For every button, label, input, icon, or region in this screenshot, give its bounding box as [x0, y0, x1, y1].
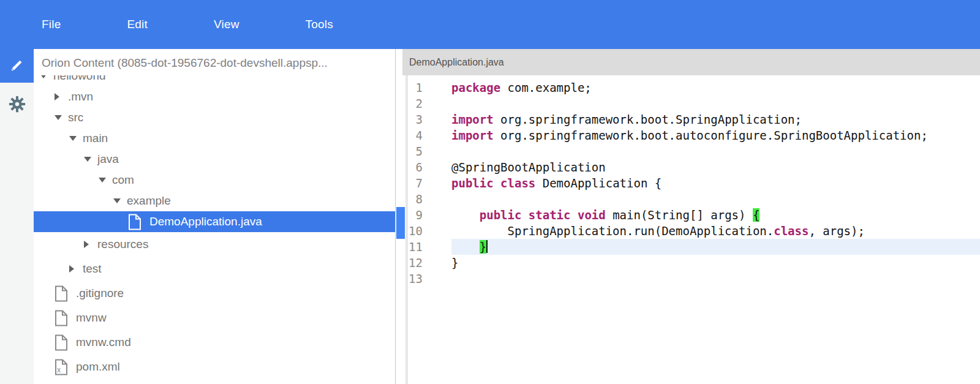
- folding-ruler: [423, 239, 451, 255]
- tree-item-label: example: [126, 194, 171, 208]
- code-line-5[interactable]: 5: [396, 143, 980, 159]
- tree-item-pom-xml[interactable]: xpom.xml: [34, 355, 395, 379]
- code-line-7[interactable]: 7public class DemoApplication {: [396, 175, 980, 191]
- code-line-text[interactable]: import org.springframework.boot.SpringAp…: [451, 111, 980, 127]
- code-line-text[interactable]: }: [451, 255, 980, 271]
- tree-item-test[interactable]: test: [34, 257, 395, 281]
- editor-tab-bar: DemoApplication.java: [396, 49, 980, 75]
- code-text-area[interactable]: 1package com.example;23import org.spring…: [396, 75, 980, 384]
- folding-ruler: [423, 127, 451, 143]
- code-editor-panel: DemoApplication.java 1package com.exampl…: [396, 49, 980, 384]
- code-line-text[interactable]: [451, 271, 980, 287]
- tree-item-resources[interactable]: resources: [34, 232, 395, 257]
- code-line-text-current[interactable]: }: [451, 239, 980, 255]
- code-line-text[interactable]: package com.example;: [451, 80, 980, 96]
- editor-tool-button[interactable]: [0, 49, 34, 83]
- xml-file-icon: x: [55, 359, 68, 375]
- menu-tools[interactable]: Tools: [306, 18, 333, 31]
- line-number: 6: [396, 159, 423, 175]
- file-icon: [55, 334, 68, 351]
- tree-item-gitignore[interactable]: .gitignore: [34, 281, 395, 306]
- line-number: 2: [396, 96, 423, 111]
- explorer-header: Orion Content (8085-dot-1956762-dot-devs…: [34, 49, 395, 75]
- tree-item-example[interactable]: example: [34, 190, 395, 211]
- folding-ruler: [423, 255, 451, 271]
- tree-item-label: com: [111, 173, 134, 187]
- keyword-token: void: [578, 208, 606, 222]
- menu-view[interactable]: View: [214, 18, 239, 31]
- tree-item-main[interactable]: main: [34, 128, 395, 149]
- line-number: 3: [396, 111, 423, 127]
- pencil-icon: [9, 56, 26, 76]
- code-line-2[interactable]: 2: [396, 96, 980, 111]
- code-line-12[interactable]: 12}: [396, 255, 980, 271]
- top-menu-bar: FileEditViewTools: [0, 0, 980, 49]
- menu-file[interactable]: File: [42, 18, 61, 31]
- matching-bracket-highlight: }: [480, 240, 486, 254]
- chevron-right-icon[interactable]: [55, 93, 59, 100]
- line-number: 12: [396, 255, 423, 271]
- gear-icon: [8, 95, 26, 116]
- file-icon: [55, 285, 68, 302]
- line-number: 5: [396, 143, 423, 159]
- tree-item-label: DemoApplication.java: [148, 215, 262, 228]
- tree-item-label: mvnw.cmd: [75, 336, 131, 349]
- text-caret: [486, 240, 488, 253]
- chevron-right-icon[interactable]: [84, 241, 89, 248]
- line-number: 10: [396, 223, 423, 239]
- code-line-text[interactable]: public static void main(String[] args) {: [451, 207, 980, 223]
- tree-item-com[interactable]: com: [34, 170, 395, 190]
- code-token: DemoApplication {: [535, 176, 662, 190]
- line-number: 1: [396, 80, 423, 96]
- keyword-token: public: [451, 176, 494, 190]
- code-line-text[interactable]: [451, 191, 980, 207]
- file-tree: helloworld.mvnsrcmainjavacomexampleDemoA…: [34, 66, 395, 379]
- chevron-down-icon[interactable]: [99, 178, 106, 183]
- keyword-token: import: [451, 129, 494, 142]
- chevron-down-icon[interactable]: [55, 115, 62, 120]
- code-line-9[interactable]: 9 public static void main(String[] args)…: [396, 207, 980, 223]
- folding-ruler: [423, 271, 451, 287]
- code-token: [521, 208, 528, 222]
- folding-ruler: [423, 159, 451, 175]
- folding-ruler: [423, 207, 451, 223]
- folding-ruler: [423, 191, 451, 207]
- tree-item-src[interactable]: src: [34, 107, 395, 128]
- code-line-4[interactable]: 4import org.springframework.boot.autocon…: [396, 127, 980, 143]
- code-line-11[interactable]: 11 }: [396, 239, 980, 255]
- tree-item-java[interactable]: java: [34, 149, 395, 170]
- keyword-token: public: [480, 208, 522, 222]
- line-number: 4: [396, 127, 423, 143]
- code-token: [451, 240, 480, 254]
- code-line-text[interactable]: [451, 96, 980, 111]
- line-number: 9: [396, 207, 423, 223]
- chevron-down-icon[interactable]: [69, 136, 77, 141]
- code-line-text[interactable]: public class DemoApplication {: [451, 175, 980, 191]
- code-line-1[interactable]: 1package com.example;: [396, 80, 980, 96]
- code-line-10[interactable]: 10 SpringApplication.run(DemoApplication…: [396, 223, 980, 239]
- tree-item-label: main: [81, 132, 108, 145]
- code-line-text[interactable]: SpringApplication.run(DemoApplication.cl…: [451, 223, 980, 239]
- tree-item-mvn[interactable]: .mvn: [34, 86, 395, 107]
- line-number: 11: [396, 239, 423, 255]
- code-line-6[interactable]: 6@SpringBootApplication: [396, 159, 980, 175]
- code-line-text[interactable]: [451, 143, 980, 159]
- settings-tool-button[interactable]: [0, 88, 34, 122]
- folding-ruler: [423, 143, 451, 159]
- menu-edit[interactable]: Edit: [127, 18, 148, 31]
- chevron-right-icon[interactable]: [69, 265, 74, 273]
- code-token: com.example;: [500, 81, 592, 94]
- tree-item-demoapplication-java[interactable]: DemoApplication.java: [34, 211, 395, 232]
- code-line-8[interactable]: 8: [396, 191, 980, 207]
- code-line-text[interactable]: import org.springframework.boot.autoconf…: [451, 127, 980, 143]
- code-line-13[interactable]: 13: [396, 271, 980, 287]
- code-line-3[interactable]: 3import org.springframework.boot.SpringA…: [396, 111, 980, 127]
- chevron-down-icon[interactable]: [84, 157, 91, 162]
- tab-demoapplication-java[interactable]: DemoApplication.java: [402, 49, 980, 75]
- tree-item-mvnw-cmd[interactable]: mvnw.cmd: [34, 330, 395, 355]
- code-line-text[interactable]: @SpringBootApplication: [451, 159, 980, 175]
- chevron-down-icon[interactable]: [113, 198, 121, 203]
- file-explorer-panel: Orion Content (8085-dot-1956762-dot-devs…: [34, 49, 396, 384]
- line-number: 13: [396, 271, 423, 287]
- tree-item-mvnw[interactable]: mvnw: [34, 306, 395, 330]
